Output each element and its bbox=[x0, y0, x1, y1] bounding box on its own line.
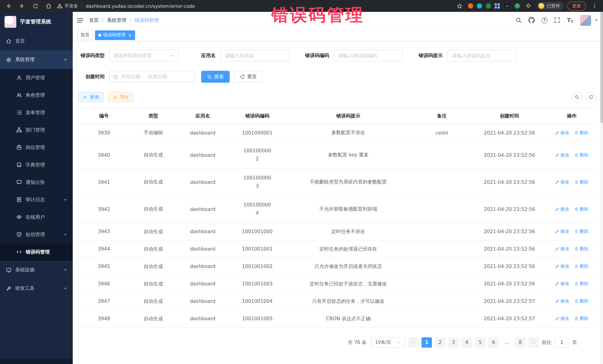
add-button[interactable]: 新增 bbox=[78, 92, 104, 102]
page-size-select[interactable]: 10条/页 bbox=[371, 337, 405, 348]
font-size-icon[interactable]: TT bbox=[567, 17, 573, 23]
cell-id: 3945 bbox=[78, 258, 130, 275]
delete-link[interactable]: 删除 bbox=[574, 206, 589, 212]
page-scrollbar[interactable] bbox=[600, 12, 603, 364]
sidebar-item-positions[interactable]: 岗位管理 bbox=[0, 139, 73, 156]
bookmark-star-icon[interactable] bbox=[454, 1, 464, 11]
delete-link[interactable]: 删除 bbox=[574, 263, 589, 269]
toolbar-right bbox=[572, 92, 598, 102]
scrollbar-thumb[interactable] bbox=[600, 12, 603, 123]
sidebar-item-home[interactable]: 首页 bbox=[0, 32, 73, 50]
sidebar-item-label: 短信管理 bbox=[26, 231, 45, 238]
page-button-5[interactable]: 5 bbox=[475, 337, 485, 348]
delete-link[interactable]: 删除 bbox=[574, 228, 589, 235]
top-navbar: 首页 系统管理 错误码管理 ? TT bbox=[73, 12, 603, 29]
delete-link[interactable]: 删除 bbox=[574, 315, 589, 322]
delete-link[interactable]: 删除 bbox=[574, 179, 589, 185]
page-button-3[interactable]: 3 bbox=[448, 337, 459, 348]
close-icon[interactable]: × bbox=[128, 33, 132, 37]
forward-icon[interactable] bbox=[17, 1, 27, 11]
delete-link[interactable]: 删除 bbox=[574, 246, 589, 252]
prev-page-button[interactable] bbox=[408, 337, 418, 348]
error-code-input[interactable] bbox=[334, 50, 403, 62]
error-type-select[interactable]: 请选择错误码类型 bbox=[109, 50, 178, 62]
page-ellipsis[interactable]: ... bbox=[502, 337, 512, 348]
sidebar-item-infrastructure[interactable]: 基础设施 bbox=[0, 261, 73, 279]
profile-paused-badge[interactable]: 已暂停 bbox=[537, 2, 564, 10]
breadcrumb-system[interactable]: 系统管理 bbox=[107, 17, 135, 23]
goto-page-input[interactable] bbox=[554, 337, 569, 348]
delete-link[interactable]: 删除 bbox=[574, 130, 589, 136]
sidebar-item-dev-tools[interactable]: 研发工具 bbox=[0, 279, 73, 298]
table-row: 3943 自动生成 dashboard 1001001000 定时任务不存在 2… bbox=[78, 223, 598, 240]
address-bar[interactable]: dashboard.yudao.iocoder.cn/system/error-… bbox=[86, 3, 451, 9]
avatar-caret-icon[interactable] bbox=[595, 19, 598, 21]
total-count: 共 76 条 bbox=[348, 339, 367, 346]
tab-home[interactable]: 首页 bbox=[77, 30, 93, 40]
edit-link[interactable]: 修改 bbox=[555, 281, 569, 287]
sidebar-item-departments[interactable]: 部门管理 bbox=[0, 121, 73, 139]
sidebar-footer[interactable] bbox=[0, 359, 73, 364]
breadcrumb-home[interactable]: 首页 bbox=[89, 17, 107, 23]
extension-icon-grid[interactable] bbox=[495, 3, 500, 9]
sidebar-item-audit-log[interactable]: 审计日志 bbox=[0, 191, 73, 208]
app-name-input[interactable] bbox=[220, 50, 289, 62]
sidebar-item-system[interactable]: 系统管理 bbox=[0, 50, 73, 69]
fullscreen-icon[interactable] bbox=[554, 17, 560, 23]
sidebar-item-sms[interactable]: 短信管理 bbox=[0, 226, 73, 243]
search-button[interactable]: 搜索 bbox=[201, 71, 230, 83]
cell-time: 2021-04-20 23:52:56 bbox=[473, 168, 546, 196]
extension-puzzle-icon[interactable] bbox=[524, 1, 533, 11]
toolbar-search-button[interactable] bbox=[572, 92, 582, 102]
browser-update-button[interactable]: 更新 bbox=[567, 1, 586, 11]
extension-icon-green[interactable] bbox=[486, 3, 491, 9]
help-icon[interactable]: ? bbox=[541, 17, 547, 23]
edit-link[interactable]: 修改 bbox=[555, 152, 569, 158]
edit-link[interactable]: 修改 bbox=[555, 206, 569, 212]
edit-link[interactable]: 修改 bbox=[555, 263, 569, 269]
sidebar-item-error-code[interactable]: 错误码管理 bbox=[0, 243, 73, 261]
delete-link[interactable]: 删除 bbox=[574, 281, 589, 287]
edit-link[interactable]: 修改 bbox=[555, 315, 569, 322]
hamburger-icon[interactable] bbox=[76, 16, 84, 24]
sidebar-item-menus[interactable]: 菜单管理 bbox=[0, 104, 73, 121]
github-icon[interactable] bbox=[528, 17, 535, 23]
sidebar-item-dictionary[interactable]: 字典管理 bbox=[0, 156, 73, 174]
edit-link[interactable]: 修改 bbox=[555, 228, 569, 235]
cell-app: dashboard bbox=[177, 292, 229, 310]
extension-icon-orange[interactable] bbox=[468, 3, 473, 9]
home-browser-icon[interactable] bbox=[44, 1, 53, 11]
extension-icon-leaf[interactable] bbox=[515, 3, 520, 9]
edit-link[interactable]: 修改 bbox=[555, 298, 569, 304]
page-button-8[interactable]: 8 bbox=[515, 337, 525, 348]
sidebar-item-roles[interactable]: 角色管理 bbox=[0, 86, 73, 104]
delete-link[interactable]: 删除 bbox=[574, 152, 589, 158]
cell-code: 1001000003 bbox=[229, 168, 286, 196]
extension-icon-on-badge[interactable]: on bbox=[504, 3, 511, 9]
page-button-6[interactable]: 6 bbox=[488, 337, 499, 348]
export-button[interactable]: 导出 bbox=[108, 92, 134, 102]
page-button-2[interactable]: 2 bbox=[435, 337, 445, 348]
tab-error-code[interactable]: 错误码管理 × bbox=[95, 30, 135, 40]
edit-link[interactable]: 修改 bbox=[555, 179, 569, 185]
search-icon[interactable] bbox=[515, 17, 522, 23]
next-page-button[interactable] bbox=[528, 337, 539, 348]
reload-icon[interactable] bbox=[30, 1, 40, 11]
page-button-4[interactable]: 4 bbox=[462, 337, 472, 348]
edit-link[interactable]: 修改 bbox=[555, 130, 569, 136]
delete-link[interactable]: 删除 bbox=[574, 298, 589, 304]
edit-link[interactable]: 修改 bbox=[555, 246, 569, 252]
date-range-picker[interactable]: 开始日期 - 结束日期 bbox=[109, 71, 195, 83]
toolbar-refresh-button[interactable] bbox=[586, 92, 596, 102]
page-button-1[interactable]: 1 bbox=[422, 337, 432, 348]
kebab-menu-icon[interactable] bbox=[590, 1, 599, 11]
sidebar-item-online-users[interactable]: 在线用户 bbox=[0, 208, 73, 226]
reset-button[interactable]: 重置 bbox=[234, 71, 263, 83]
security-chip[interactable]: 不安全 bbox=[57, 3, 78, 9]
sidebar-item-users[interactable]: 用户管理 bbox=[0, 69, 73, 86]
sidebar-item-notices[interactable]: 通知公告 bbox=[0, 174, 73, 191]
avatar[interactable] bbox=[580, 15, 591, 26]
back-icon[interactable] bbox=[4, 1, 13, 11]
extension-icon-teal[interactable] bbox=[477, 3, 482, 9]
error-hint-input[interactable] bbox=[447, 50, 516, 62]
